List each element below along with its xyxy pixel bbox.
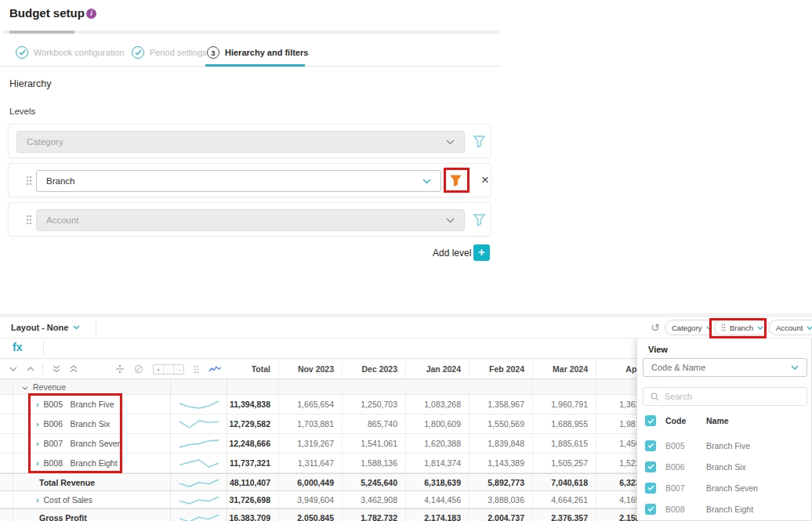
expand-branch-icon[interactable]: › <box>36 419 39 429</box>
value-cell[interactable]: 4,144,456 <box>406 491 469 508</box>
horizontal-scrollbar-thumb[interactable] <box>9 31 74 34</box>
branch-checkbox[interactable] <box>645 483 656 494</box>
select-all-checkbox[interactable] <box>645 415 656 426</box>
branch-list-item: B005Branch Five <box>645 435 805 456</box>
expand-branch-icon[interactable]: › <box>36 458 39 468</box>
account-level-select[interactable]: Account <box>36 209 465 231</box>
value-cell[interactable]: 3,888,036 <box>469 491 533 508</box>
value-cell[interactable]: 1,143,389 <box>469 454 533 472</box>
value-cell[interactable] <box>406 379 469 394</box>
filter-active-icon[interactable] <box>449 174 463 188</box>
dimension-pill-branch[interactable]: Branch <box>714 320 770 335</box>
column-header[interactable]: Feb 2024 <box>469 359 533 379</box>
value-cell[interactable]: 1,688,955 <box>533 414 596 433</box>
value-cell[interactable]: 3,462,908 <box>343 491 406 508</box>
value-cell[interactable]: 1,782,732 <box>343 509 406 521</box>
value-cell[interactable]: 12,248,666 <box>227 434 279 453</box>
value-cell[interactable]: 7,040,618 <box>533 474 596 490</box>
value-cell[interactable] <box>343 379 406 394</box>
value-cell[interactable]: 1,358,967 <box>469 395 533 414</box>
clock-disabled-icon[interactable] <box>134 364 143 374</box>
value-cell[interactable]: 865,740 <box>343 414 406 433</box>
value-cell[interactable] <box>227 379 279 394</box>
value-cell[interactable]: 1,800,609 <box>406 414 469 433</box>
branch-checkbox[interactable] <box>645 440 656 451</box>
add-level-button[interactable]: + <box>473 244 490 261</box>
value-cell[interactable] <box>469 379 533 394</box>
category-level-select[interactable]: Category <box>16 131 465 153</box>
collapse-group-icon[interactable] <box>22 382 28 392</box>
value-cell[interactable]: 1,588,136 <box>343 454 406 472</box>
remove-level-icon[interactable]: × <box>478 172 492 188</box>
value-cell[interactable]: 4,664,261 <box>533 491 596 508</box>
value-cell[interactable]: 1,311,647 <box>279 454 343 472</box>
column-header[interactable]: Nov 2023 <box>279 359 343 379</box>
step-hierarchy-and-filters[interactable]: 3 Hierarchy and filters <box>207 46 308 59</box>
column-header[interactable]: Mar 2024 <box>533 359 596 379</box>
value-cell[interactable]: 2,050,845 <box>279 509 343 521</box>
fit-rows-icon[interactable] <box>115 364 125 374</box>
expand-branch-icon[interactable]: › <box>36 439 39 448</box>
column-header[interactable]: Jan 2024 <box>406 359 469 379</box>
drag-handle-icon[interactable] <box>26 215 32 225</box>
search-input[interactable]: Search <box>643 387 807 406</box>
value-cell[interactable]: 5,245,640 <box>343 474 406 490</box>
layout-selector[interactable]: Layout - None <box>11 323 80 332</box>
value-cell[interactable]: 2,174,183 <box>406 509 469 521</box>
filter-icon[interactable] <box>473 135 487 149</box>
value-cell[interactable]: 1,814,374 <box>406 454 469 472</box>
value-cell[interactable]: 3,949,604 <box>279 491 343 508</box>
dimension-pill-account[interactable]: Account <box>769 320 812 335</box>
branch-name: Branch Six <box>706 462 746 472</box>
step-period-settings[interactable]: Period settings <box>132 46 207 59</box>
value-cell[interactable]: 2,376,357 <box>533 509 596 521</box>
value-cell[interactable]: 1,960,791 <box>533 395 596 414</box>
value-cell[interactable]: 1,083,268 <box>406 395 469 414</box>
step-workbook-configuration[interactable]: Workbook configuration <box>16 46 124 59</box>
value-cell[interactable]: 1,541,061 <box>343 434 406 453</box>
drag-handle-icon[interactable] <box>26 175 32 186</box>
value-cell[interactable]: 1,665,654 <box>279 395 343 414</box>
value-cell[interactable]: 1,319,267 <box>279 434 343 453</box>
value-cell[interactable]: 11,394,838 <box>227 395 279 414</box>
value-cell[interactable]: 16,383,709 <box>227 509 279 521</box>
history-icon[interactable]: ↺ <box>651 321 660 334</box>
branch-checkbox[interactable] <box>645 504 656 515</box>
value-cell[interactable]: 1,885,615 <box>533 434 596 453</box>
value-cell[interactable]: 1,703,881 <box>279 414 343 433</box>
display-density-control[interactable]: •···-- <box>153 364 184 374</box>
value-cell[interactable]: 1,620,388 <box>406 434 469 453</box>
branch-checkbox[interactable] <box>645 461 656 472</box>
value-cell[interactable]: 5,892,773 <box>469 474 533 490</box>
value-cell[interactable]: 1,839,848 <box>469 434 533 453</box>
expand-all-icon[interactable] <box>70 365 78 373</box>
value-cell[interactable]: 1,550,569 <box>469 414 533 433</box>
row-gutter <box>0 434 13 453</box>
collapse-all-icon[interactable] <box>53 365 60 373</box>
value-cell[interactable]: 48,110,407 <box>227 474 279 490</box>
expand-branch-icon[interactable]: › <box>36 400 39 409</box>
value-cell[interactable]: 31,726,698 <box>227 491 279 508</box>
value-cell[interactable] <box>533 379 596 394</box>
value-cell[interactable]: 2,004,737 <box>469 509 533 521</box>
sparkline-toggle-icon[interactable] <box>208 365 222 374</box>
value-cell[interactable]: 1,250,703 <box>343 395 406 414</box>
column-header[interactable]: Total <box>227 359 279 379</box>
dimension-pill-category[interactable]: Category <box>665 320 720 335</box>
view-select[interactable]: Code & Name <box>643 358 807 377</box>
column-header[interactable]: Dec 2023 <box>343 359 406 379</box>
value-cell[interactable]: 11,737,321 <box>227 454 279 472</box>
value-cell[interactable]: 1,505,257 <box>533 454 596 472</box>
horizontal-scrollbar-track[interactable] <box>2 31 499 34</box>
branch-level-select[interactable]: Branch <box>36 170 441 192</box>
filter-icon[interactable] <box>473 213 487 227</box>
value-cell[interactable]: 12,729,582 <box>227 414 279 433</box>
expand-group-icon[interactable]: › <box>36 495 39 505</box>
expand-row-icon[interactable] <box>27 367 34 371</box>
value-cell[interactable]: 6,318,639 <box>406 474 469 490</box>
collapse-row-icon[interactable] <box>9 367 17 371</box>
value-cell[interactable] <box>279 379 343 394</box>
info-icon[interactable]: i <box>86 9 96 19</box>
drag-handle-icon[interactable] <box>194 365 199 374</box>
value-cell[interactable]: 6,000,449 <box>279 474 343 490</box>
